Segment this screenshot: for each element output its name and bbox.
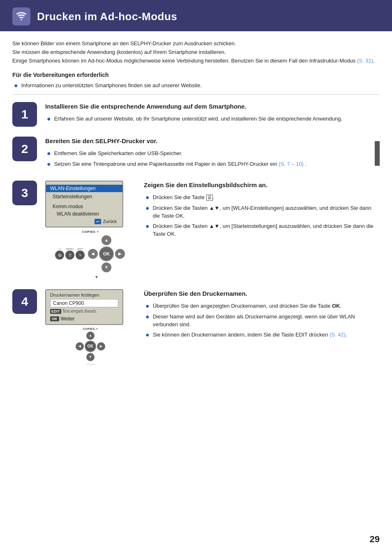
steps-container: 1 Installieren Sie die entsprechende Anw… xyxy=(12,102,380,375)
main-content: Sie können Bilder von einem Smartphone a… xyxy=(0,31,392,383)
step-4-number: 4 xyxy=(12,289,37,314)
step-4-bullet-2-text: Dieser Name wird auf den Geräten als Dru… xyxy=(153,313,380,329)
menu-button[interactable]: ☰ xyxy=(65,251,74,260)
intro-line1: Sie können Bilder von einem Smartphone a… xyxy=(12,40,236,46)
lcd-edit-text: Text eingeb./bearb. xyxy=(62,309,97,313)
step-3-heading: Zeigen Sie den Einstellungsbildschirm an… xyxy=(144,181,380,189)
lcd-ok-text: Weiter xyxy=(61,316,75,322)
lcd-back-label: Zurück xyxy=(103,219,117,224)
prerequisites-item: ● Informationen zu unterstützten Smartph… xyxy=(14,81,380,90)
dpad-right[interactable]: ▶ xyxy=(115,249,125,259)
step-2-bullet-1-text: Entfernen Sie alle Speicherkarten oder U… xyxy=(54,149,182,158)
bullet-dot-4a: ● xyxy=(145,302,150,311)
step-2-bullet-2: ● Setzen Sie eine Tintenpatrone und eine… xyxy=(47,160,380,169)
step-3-bullet-1: ● Drücken Sie die Taste ☰. xyxy=(145,193,380,202)
on-label: ON xyxy=(58,248,62,250)
small-dpad-left[interactable]: ◀ xyxy=(76,342,84,350)
step-1-bullets: ● Erfahren Sie auf unserer Website, ob I… xyxy=(45,115,380,123)
dpad-down[interactable]: ▼ xyxy=(101,262,111,272)
header-icon-svg xyxy=(16,11,27,22)
step-4-bullet-1: ● Überprüfen Sie den angezeigten Drucker… xyxy=(145,302,380,311)
step-1-bullet-1-text: Erfahren Sie auf unserer Website, ob Ihr… xyxy=(54,115,342,123)
step-1-bullet-1: ● Erfahren Sie auf unserer Website, ob I… xyxy=(47,115,380,123)
dpad: ▲ ◀ OK ▶ ▼ xyxy=(87,234,126,273)
bullet-dot-4b: ● xyxy=(145,313,150,321)
small-model-label: ――― xyxy=(86,362,95,365)
small-dpad-down[interactable]: ▼ xyxy=(86,353,95,361)
edit-label: EDIT xyxy=(77,248,83,250)
bullet-dot-2a: ● xyxy=(47,149,51,158)
step-1-number: 1 xyxy=(12,102,37,127)
step-3-bullets: ● Drücken Sie die Taste ☰. ● Drücken Sie… xyxy=(144,193,380,238)
intro-link1: (S. 31) xyxy=(357,58,373,64)
intro-text: Sie können Bilder von einem Smartphone a… xyxy=(12,39,380,65)
ok-button[interactable]: OK xyxy=(99,246,114,261)
small-ok-button[interactable]: OK xyxy=(85,341,96,352)
step-4-image: Druckernamen festlegen Canon CP900 EDIT … xyxy=(45,289,136,365)
step-3-bullet-1-text: Drücken Sie die Taste ☰. xyxy=(153,193,214,202)
intro-line2: Sie müssen die entsprechende Anwendung (… xyxy=(12,49,226,55)
small-dpad: ▲ ◀ OK ▶ ▼ xyxy=(75,331,106,362)
step-3-bullet-3-text: Drücken Sie die Tasten ▲▼, um [Starteins… xyxy=(153,222,380,238)
step-1-content: Installieren Sie die entsprechende Anwen… xyxy=(45,102,380,125)
step-1-heading: Installieren Sie die entsprechende Anwen… xyxy=(45,102,380,111)
dpad-up[interactable]: ▲ xyxy=(101,235,111,245)
page-wrapper: Drucken im Ad-hoc-Modus Sie können Bilde… xyxy=(0,0,392,557)
step-3-controls: COPIES + ON ⏻ xyxy=(45,230,136,279)
edit-button[interactable]: ✎ xyxy=(76,251,85,260)
dpad-left[interactable]: ◀ xyxy=(88,249,98,259)
bullet-dot: ● xyxy=(14,81,18,90)
lcd-edit-tag: EDIT xyxy=(50,309,61,314)
lcd-edit-row: EDIT Text eingeb./bearb. xyxy=(50,309,118,313)
step-2-bullets: ● Entfernen Sie alle Speicherkarten oder… xyxy=(45,149,380,169)
dpad-center: OK xyxy=(99,246,114,261)
lcd-row3: WLAN deaktivieren xyxy=(50,210,118,218)
lcd-back-row: ↩ Zurück xyxy=(50,219,118,224)
step-2-row: 2 Bereiten Sie den SELPHY-Drucker vor. ●… xyxy=(12,137,380,171)
small-dpad-right[interactable]: ▶ xyxy=(97,342,105,350)
prerequisites-text: Informationen zu unterstützten Smartphon… xyxy=(21,81,202,90)
step-2-heading: Bereiten Sie den SELPHY-Drucker vor. xyxy=(45,137,380,145)
menu-label: MENU xyxy=(66,248,74,250)
lcd-ok-tag: OK xyxy=(50,316,59,321)
step-2-bullet-1: ● Entfernen Sie alle Speicherkarten oder… xyxy=(47,149,380,158)
page-title: Drucken im Ad-hoc-Modus xyxy=(37,10,177,23)
wifi-icon xyxy=(12,7,30,26)
small-dpad-up[interactable]: ▲ xyxy=(86,332,95,340)
step-4-controls: COPIES + ▲ ◀ OK ▶ ▼ ――― xyxy=(45,327,136,365)
step-3-bullet-2-text: Drücken Sie die Tasten ▲▼, um [WLAN-Eins… xyxy=(153,204,380,220)
step-4-bullet-3: ● Sie können den Druckernamen ändern, in… xyxy=(145,331,380,339)
step-3-lcd: WLAN-Einstellungen Starteinstellungen Ko… xyxy=(45,181,123,227)
bullet-dot-2b: ● xyxy=(47,160,51,169)
lcd-row1: Starteinstellungen xyxy=(50,193,118,200)
step-2-number: 2 xyxy=(12,137,37,161)
right-accent-bar xyxy=(375,141,380,166)
step-4-bullets: ● Überprüfen Sie den angezeigten Drucker… xyxy=(144,302,380,339)
step-3-bullet-2: ● Drücken Sie die Tasten ▲▼, um [WLAN-Ei… xyxy=(145,204,380,220)
step-4-bullet-1-text: Überprüfen Sie den angezeigten Druckerna… xyxy=(153,302,341,310)
bullet-dot-4c: ● xyxy=(145,331,150,339)
bullet-dot-3b: ● xyxy=(145,204,150,213)
step-4-lcd: Druckernamen festlegen Canon CP900 EDIT … xyxy=(45,289,123,325)
bullet-dot-1: ● xyxy=(47,115,51,123)
step-3-bullet-3: ● Drücken Sie die Tasten ▲▼, um [Startei… xyxy=(145,222,380,238)
on-button[interactable]: ⏻ xyxy=(55,251,64,260)
bullet-dot-3c: ● xyxy=(145,222,150,231)
lcd-title-row: WLAN-Einstellungen xyxy=(46,185,122,192)
step-3-number: 3 xyxy=(12,181,37,205)
lcd-printer-title: Druckernamen festlegen xyxy=(50,292,118,297)
lcd-ok-row: OK Weiter xyxy=(50,316,118,322)
step-2-content: Bereiten Sie den SELPHY-Drucker vor. ● E… xyxy=(45,137,380,171)
step-3-image: WLAN-Einstellungen Starteinstellungen Ko… xyxy=(45,181,136,279)
step-4-row: 4 Druckernamen festlegen Canon CP900 EDI… xyxy=(12,289,380,365)
prerequisites-heading: Für die Vorbereitungen erforderlich xyxy=(12,72,380,78)
copies-label-3: COPIES + xyxy=(82,230,99,234)
intro-line3: Einige Smartphones können im Ad-hoc-Modu… xyxy=(12,58,355,64)
step-4-bullet-2: ● Dieser Name wird auf den Geräten als D… xyxy=(145,313,380,329)
copies-label-4: COPIES + xyxy=(83,327,98,330)
step-3-content: Zeigen Sie den Einstellungsbildschirm an… xyxy=(144,181,380,240)
bullet-dot-3a: ● xyxy=(145,193,150,202)
step-3-row: 3 WLAN-Einstellungen Starteinstellungen … xyxy=(12,181,380,279)
divider xyxy=(12,94,380,95)
prerequisites-list: ● Informationen zu unterstützten Smartph… xyxy=(12,81,380,90)
